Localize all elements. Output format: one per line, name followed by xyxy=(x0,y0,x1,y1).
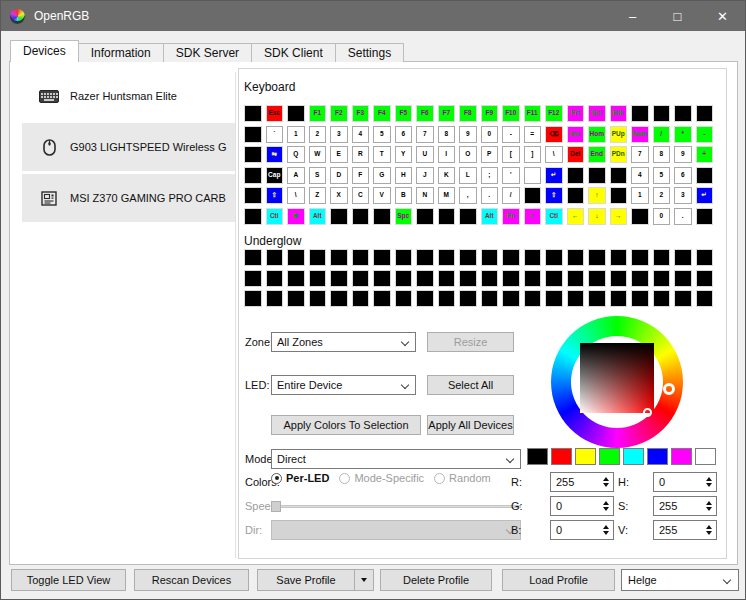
led-key-,[interactable]: , xyxy=(459,187,477,204)
led-key-F6[interactable]: F6 xyxy=(416,105,434,122)
led-key[interactable] xyxy=(653,290,671,307)
led-key-F11[interactable]: F11 xyxy=(524,105,542,122)
save-profile-button[interactable]: Save Profile xyxy=(257,569,355,591)
profile-select[interactable]: Helge xyxy=(621,569,739,591)
spin-arrows-icon[interactable] xyxy=(603,501,609,511)
led-key-0[interactable]: 0 xyxy=(481,126,499,143)
toggle-led-view-button[interactable]: Toggle LED View xyxy=(11,569,126,591)
led-key-1[interactable]: 1 xyxy=(287,126,305,143)
led-key[interactable] xyxy=(395,270,413,287)
led-key-Y[interactable]: Y xyxy=(395,146,413,163)
led-key-Q[interactable]: Q xyxy=(287,146,305,163)
led-key-Prt[interactable]: Prt xyxy=(567,105,585,122)
led-key-F5[interactable]: F5 xyxy=(395,105,413,122)
led-key[interactable] xyxy=(696,208,714,225)
led-key-/[interactable]: / xyxy=(653,126,671,143)
led-key-↑[interactable]: ↑ xyxy=(588,187,606,204)
led-key[interactable] xyxy=(287,270,305,287)
led-key[interactable] xyxy=(653,270,671,287)
led-key-I[interactable]: I xyxy=(438,146,456,163)
led-key[interactable] xyxy=(567,270,585,287)
led-key-/[interactable]: / xyxy=(502,187,520,204)
led-key[interactable] xyxy=(631,208,649,225)
spin-arrows-icon[interactable] xyxy=(603,525,609,535)
led-key-⇧[interactable]: ⇧ xyxy=(266,187,284,204)
spin-arrows-icon[interactable] xyxy=(603,477,609,487)
led-key[interactable] xyxy=(309,270,327,287)
led-key[interactable] xyxy=(438,249,456,266)
led-key[interactable] xyxy=(696,249,714,266)
led-key-F1[interactable]: F1 xyxy=(309,105,327,122)
led-key[interactable] xyxy=(395,249,413,266)
led-key[interactable] xyxy=(545,249,563,266)
led-key[interactable] xyxy=(631,270,649,287)
led-key[interactable] xyxy=(459,208,477,225)
led-key-K[interactable]: K xyxy=(438,167,456,184)
led-key-4[interactable]: 4 xyxy=(352,126,370,143)
led-key--[interactable]: - xyxy=(502,126,520,143)
led-key[interactable] xyxy=(373,208,391,225)
led-key-≡[interactable]: ≡ xyxy=(524,208,542,225)
led-key[interactable] xyxy=(674,249,692,266)
led-key[interactable] xyxy=(524,270,542,287)
led-key-T[interactable]: T xyxy=(373,146,391,163)
led-key[interactable] xyxy=(674,270,692,287)
led-key[interactable] xyxy=(696,270,714,287)
led-key-X[interactable]: X xyxy=(330,187,348,204)
led-key-*[interactable]: * xyxy=(674,126,692,143)
per-led-radio[interactable] xyxy=(271,473,282,484)
led-key[interactable] xyxy=(244,187,262,204)
led-key-9[interactable]: 9 xyxy=(459,126,477,143)
color-swatch-0000ff[interactable] xyxy=(647,448,668,465)
led-key-Num[interactable]: Num xyxy=(631,126,649,143)
led-key[interactable] xyxy=(696,105,714,122)
led-key[interactable] xyxy=(309,290,327,307)
led-key-3[interactable]: 3 xyxy=(674,187,692,204)
led-key-Del[interactable]: Del xyxy=(567,146,585,163)
led-key-\[interactable]: \ xyxy=(545,146,563,163)
led-key-R[interactable]: R xyxy=(352,146,370,163)
led-key[interactable] xyxy=(244,167,262,184)
mode-select[interactable]: Direct xyxy=(271,449,521,469)
color-swatch-ffffff[interactable] xyxy=(695,448,716,465)
led-key-⌫[interactable]: ⌫ xyxy=(545,126,563,143)
mode-specific-radio[interactable] xyxy=(339,473,350,484)
led-key-B[interactable]: B xyxy=(395,187,413,204)
saturation-value-square[interactable] xyxy=(580,343,654,413)
blue-spinbox[interactable]: 0 xyxy=(550,520,614,540)
led-key-F[interactable]: F xyxy=(352,167,370,184)
led-key-↵[interactable]: ↵ xyxy=(545,167,563,184)
led-key[interactable] xyxy=(588,290,606,307)
led-key-F4[interactable]: F4 xyxy=(373,105,391,122)
led-key[interactable] xyxy=(266,270,284,287)
led-key-F12[interactable]: F12 xyxy=(545,105,563,122)
led-key[interactable] xyxy=(330,290,348,307)
led-key[interactable] xyxy=(244,126,262,143)
led-key-7[interactable]: 7 xyxy=(416,126,434,143)
led-key-→[interactable]: → xyxy=(610,208,628,225)
led-key[interactable] xyxy=(352,270,370,287)
led-key[interactable] xyxy=(244,105,262,122)
led-key-H[interactable]: H xyxy=(395,167,413,184)
dir-select[interactable] xyxy=(271,520,521,540)
led-key-P[interactable]: P xyxy=(481,146,499,163)
color-swatch-00ff00[interactable] xyxy=(599,448,620,465)
led-key-7[interactable]: 7 xyxy=(631,146,649,163)
led-key[interactable] xyxy=(524,290,542,307)
rescan-devices-button[interactable]: Rescan Devices xyxy=(134,569,249,591)
led-key[interactable] xyxy=(416,249,434,266)
led-key-F10[interactable]: F10 xyxy=(502,105,520,122)
led-key[interactable] xyxy=(244,249,262,266)
led-key[interactable] xyxy=(309,249,327,266)
led-key[interactable] xyxy=(459,270,477,287)
led-key-Fn[interactable]: Fn xyxy=(502,208,520,225)
led-key-.[interactable]: . xyxy=(481,187,499,204)
tab-information[interactable]: Information xyxy=(78,43,164,62)
led-key[interactable] xyxy=(653,105,671,122)
led-key[interactable] xyxy=(459,290,477,307)
led-key[interactable] xyxy=(481,249,499,266)
led-key[interactable] xyxy=(653,249,671,266)
led-key-Alt[interactable]: Alt xyxy=(309,208,327,225)
led-key-F7[interactable]: F7 xyxy=(438,105,456,122)
led-key-F2[interactable]: F2 xyxy=(330,105,348,122)
